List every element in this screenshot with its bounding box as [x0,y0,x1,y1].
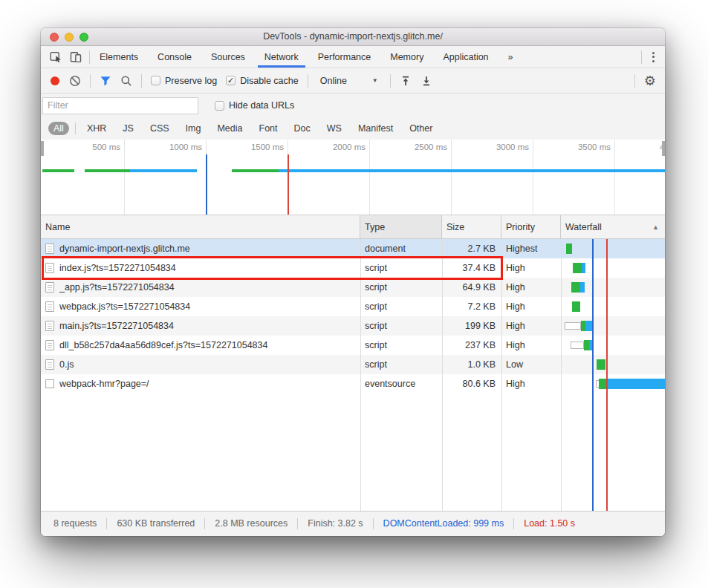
waterfall-bar-download [589,340,593,350]
waterfall-bar-wait [571,282,580,293]
cell-size: 64.9 KB [442,278,501,297]
divider [141,74,142,88]
tab-sources[interactable]: Sources [201,46,255,68]
disable-cache-checkbox[interactable] [226,76,236,85]
tab-overflow-chevron[interactable]: » [498,46,523,68]
filter-chip-font[interactable]: Font [254,122,283,135]
overview-gripper-right[interactable] [662,141,665,156]
divider [308,74,308,88]
cell-name: main.js?ts=1572271054834 [41,316,360,336]
filter-chip-css[interactable]: CSS [145,122,175,135]
overview-tick-label: 1000 ms [169,143,202,151]
cell-priority: High [501,278,561,297]
table-body: dynamic-import-nextjs.glitch.medocument2… [41,239,665,511]
cell-waterfall [561,316,665,336]
network-overview[interactable]: 500 ms1000 ms1500 ms2000 ms2500 ms3000 m… [41,140,665,215]
tab-network[interactable]: Network [255,46,308,68]
import-har-icon[interactable] [400,75,412,87]
filter-chip-media[interactable]: Media [212,122,247,135]
table-row[interactable]: 0.jsscript1.0 KBLow [41,355,665,374]
tab-performance[interactable]: Performance [308,46,381,68]
overview-bar-download [279,169,665,172]
hide-data-urls-label: Hide data URLs [229,100,294,111]
filter-chip-all[interactable]: All [48,122,69,135]
column-header-priority[interactable]: Priority [501,215,561,238]
overview-gridline [451,140,452,215]
document-icon [45,244,54,254]
table-row[interactable]: _app.js?ts=1572271054834script64.9 KBHig… [41,278,665,297]
filter-chip-js[interactable]: JS [117,122,139,135]
tab-application[interactable]: Application [433,46,498,68]
table-row[interactable]: dynamic-import-nextjs.glitch.medocument2… [41,239,665,258]
column-header-waterfall[interactable]: Waterfall▲ [561,215,665,238]
document-icon [45,359,54,370]
status-item: Load: 1.50 s [514,518,585,529]
cell-waterfall [561,258,665,278]
throttling-select[interactable]: Online ▼ [317,74,381,88]
cell-name: webpack-hmr?page=/ [41,374,360,393]
search-icon[interactable] [120,75,132,87]
more-options-icon[interactable] [642,46,665,68]
table-row[interactable]: dll_b58c257da4aa56d89cef.js?ts=157227105… [41,336,665,355]
table-row[interactable]: webpack-hmr?page=/eventsource80.6 KBHigh [41,374,665,393]
filter-chip-manifest[interactable]: Manifest [353,122,398,135]
table-row[interactable]: main.js?ts=1572271054834script199 KBHigh [41,316,665,336]
column-header-name[interactable]: Name [41,215,360,238]
column-header-size[interactable]: Size [442,215,501,238]
table-row[interactable]: webpack.js?ts=1572271054834script7.2 KBH… [41,297,665,316]
tab-console[interactable]: Console [148,46,201,68]
preserve-log-checkbox[interactable] [151,76,160,85]
filter-chip-other[interactable]: Other [404,122,438,135]
inspect-element-icon[interactable] [50,50,62,63]
overview-tick-label: 2500 ms [415,143,447,151]
cell-type: document [360,239,442,258]
column-header-type[interactable]: Type [360,215,442,238]
cell-waterfall [561,278,665,297]
filter-input[interactable] [42,97,198,114]
cell-waterfall [561,239,665,258]
waterfall-bar-wait [584,340,589,350]
status-bar: 8 requests630 KB transferred2.8 MB resou… [41,511,665,536]
waterfall-bar-wait [599,379,607,389]
settings-gear-icon[interactable]: ⚙ [644,74,656,88]
cell-type: script [360,278,442,297]
cell-name: index.js?ts=1572271054834 [41,258,360,278]
cell-name: dynamic-import-nextjs.glitch.me [41,239,360,258]
overview-tick-label: 3500 ms [578,143,611,151]
panel-tabs: ElementsConsoleSourcesNetworkPerformance… [90,46,641,68]
overview-bar-wait [85,169,130,172]
zoom-window-button[interactable] [79,33,88,42]
minimize-window-button[interactable] [65,33,74,42]
cell-waterfall [561,297,665,316]
filter-chip-ws[interactable]: WS [322,122,347,135]
document-icon [45,340,54,350]
filter-chip-doc[interactable]: Doc [289,122,316,135]
divider [390,74,391,88]
cell-priority: Low [501,355,561,374]
filter-chip-xhr[interactable]: XHR [82,122,111,135]
cell-type: eventsource [360,374,442,393]
overview-tick-label: 3000 ms [496,143,529,151]
chevron-down-icon: ▼ [372,77,378,84]
divider [90,74,91,88]
table-row[interactable]: index.js?ts=1572271054834script37.4 KBHi… [41,258,665,278]
waterfall-bar-wait [572,301,580,312]
record-network-log-button[interactable] [50,76,60,86]
device-toolbar-icon[interactable] [70,51,82,63]
cell-size: 7.2 KB [442,297,501,316]
hide-data-urls-checkbox[interactable] [215,101,224,111]
waterfall-bar-queue [571,342,584,349]
cell-waterfall [561,374,665,393]
waterfall-bar-download [582,263,585,273]
clear-network-log-icon[interactable] [69,75,81,87]
overview-gripper-left[interactable] [41,141,44,156]
tab-elements[interactable]: Elements [90,46,148,68]
document-icon [45,282,54,293]
window-title: DevTools - dynamic-import-nextjs.glitch.… [41,28,665,46]
filter-chip-img[interactable]: Img [181,122,207,135]
close-window-button[interactable] [50,33,59,42]
cell-type: script [360,297,442,316]
filter-funnel-icon[interactable] [100,75,111,87]
tab-memory[interactable]: Memory [380,46,433,68]
export-har-icon[interactable] [420,75,432,87]
